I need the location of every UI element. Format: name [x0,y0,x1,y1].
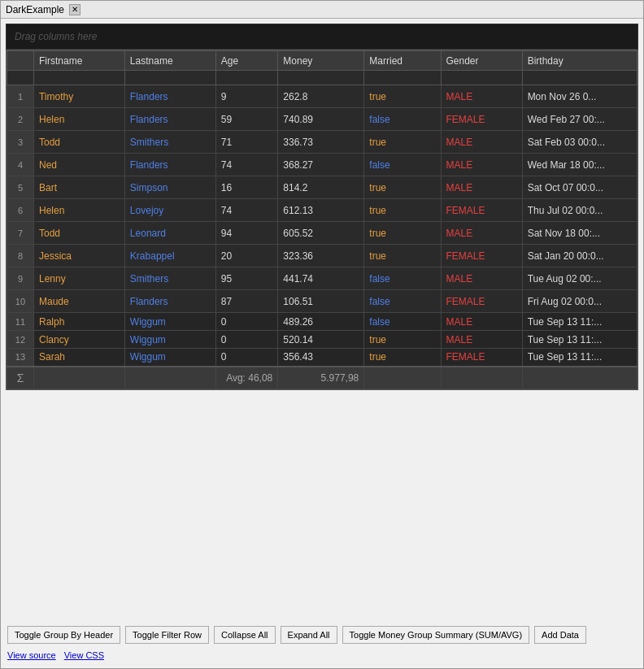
col-header-lastname[interactable]: Lastname [124,51,215,71]
cell-firstname: Todd [33,222,124,245]
table-row[interactable]: 5 Bart Simpson 16 814.2 true MALE Sat Oc… [7,176,637,199]
cell-lastname: Flanders [124,108,215,131]
cell-gender: MALE [441,154,522,176]
filter-money[interactable] [278,71,364,85]
links-row: View source View CSS [6,647,638,663]
cell-birthday: Mon Nov 26 0... [522,85,637,108]
col-header-firstname[interactable]: Firstname [33,51,124,71]
cell-gender: MALE [441,85,522,108]
collapse-all-button[interactable]: Collapse All [214,626,275,644]
cell-money: 814.2 [278,176,364,199]
toggle-filter-row-button[interactable]: Toggle Filter Row [125,626,209,644]
filter-gender[interactable] [441,71,522,85]
cell-gender: FEMALE [441,199,522,222]
cell-age: 74 [215,154,278,176]
row-num: 13 [7,349,34,367]
cell-firstname: Timothy [33,85,124,108]
table-row[interactable]: 8 Jessica Krabappel 20 323.36 true FEMAL… [7,245,637,267]
summary-empty2 [124,367,215,389]
cell-married: true [364,85,441,108]
cell-lastname: Wiggum [124,313,215,331]
col-header-birthday[interactable]: Birthday [522,51,637,71]
summary-avg: Avg: 46,08 [215,367,278,389]
filter-firstname[interactable] [33,71,124,85]
cell-money: 489.26 [278,313,364,331]
table-row[interactable]: 12 Clancy Wiggum 0 520.14 true MALE Tue … [7,331,637,349]
cell-age: 0 [215,313,278,331]
table-row[interactable]: 4 Ned Flanders 74 368.27 false MALE Wed … [7,154,637,176]
cell-money: 356.43 [278,349,364,367]
row-num: 10 [7,290,34,313]
cell-gender: MALE [441,131,522,154]
filter-age[interactable] [215,71,278,85]
content-area: Drag columns here Firstname Lastname Age… [1,19,643,668]
table-row[interactable]: 1 Timothy Flanders 9 262.8 true MALE Mon… [7,85,637,108]
filter-num[interactable] [7,71,34,85]
filter-lastname[interactable] [124,71,215,85]
cell-birthday: Sat Nov 18 00:... [522,222,637,245]
summary-empty4 [441,367,522,389]
table-row[interactable]: 3 Todd Smithers 71 336.73 true MALE Sat … [7,131,637,154]
cell-birthday: Wed Mar 18 00:... [522,154,637,176]
cell-birthday: Tue Sep 13 11:... [522,331,637,349]
cell-lastname: Smithers [124,267,215,290]
add-data-button[interactable]: Add Data [534,626,586,644]
expand-all-button[interactable]: Expand All [281,626,337,644]
cell-birthday: Sat Feb 03 00:0... [522,131,637,154]
table-row[interactable]: 6 Helen Lovejoy 74 612.13 true FEMALE Th… [7,199,637,222]
row-num: 7 [7,222,34,245]
table-row[interactable]: 2 Helen Flanders 59 740.89 false FEMALE … [7,108,637,131]
row-num: 3 [7,131,34,154]
row-num: 4 [7,154,34,176]
col-header-age[interactable]: Age [215,51,278,71]
cell-married: false [364,108,441,131]
col-header-num [7,51,34,71]
cell-lastname: Wiggum [124,331,215,349]
title-bar: DarkExample ✕ [1,1,643,19]
row-num: 12 [7,331,34,349]
filter-birthday[interactable] [522,71,637,85]
cell-birthday: Tue Aug 02 00:... [522,267,637,290]
toggle-money-button[interactable]: Toggle Money Group Summary (SUM/AVG) [342,626,530,644]
cell-birthday: Wed Feb 27 00:... [522,108,637,131]
cell-firstname: Ralph [33,313,124,331]
col-header-gender[interactable]: Gender [441,51,522,71]
cell-money: 605.52 [278,222,364,245]
cell-birthday: Tue Sep 13 11:... [522,313,637,331]
row-num: 1 [7,85,34,108]
view-css-link[interactable]: View CSS [64,650,104,660]
filter-married[interactable] [364,71,441,85]
cell-age: 71 [215,131,278,154]
close-button[interactable]: ✕ [69,4,80,15]
cell-money: 612.13 [278,199,364,222]
cell-money: 520.14 [278,331,364,349]
cell-age: 0 [215,331,278,349]
cell-firstname: Clancy [33,331,124,349]
toggle-group-header-button[interactable]: Toggle Group By Header [7,626,120,644]
summary-symbol: Σ [7,367,34,389]
cell-gender: MALE [441,267,522,290]
col-header-married[interactable]: Married [364,51,441,71]
table-row[interactable]: 9 Lenny Smithers 95 441.74 false MALE Tu… [7,267,637,290]
main-window: DarkExample ✕ Drag columns here Firstnam… [0,0,644,669]
cell-married: true [364,222,441,245]
cell-married: false [364,267,441,290]
cell-firstname: Helen [33,199,124,222]
table-row[interactable]: 11 Ralph Wiggum 0 489.26 false MALE Tue … [7,313,637,331]
view-source-link[interactable]: View source [7,650,56,660]
cell-firstname: Helen [33,108,124,131]
table-row[interactable]: 10 Maude Flanders 87 106.51 false FEMALE… [7,290,637,313]
cell-lastname: Flanders [124,85,215,108]
cell-gender: MALE [441,331,522,349]
col-header-money[interactable]: Money [278,51,364,71]
cell-gender: MALE [441,176,522,199]
cell-married: true [364,331,441,349]
table-row[interactable]: 13 Sarah Wiggum 0 356.43 true FEMALE Tue… [7,349,637,367]
cell-age: 20 [215,245,278,267]
summary-empty3 [364,367,441,389]
table-row[interactable]: 7 Todd Leonard 94 605.52 true MALE Sat N… [7,222,637,245]
cell-married: false [364,313,441,331]
cell-firstname: Bart [33,176,124,199]
cell-firstname: Todd [33,131,124,154]
cell-age: 16 [215,176,278,199]
